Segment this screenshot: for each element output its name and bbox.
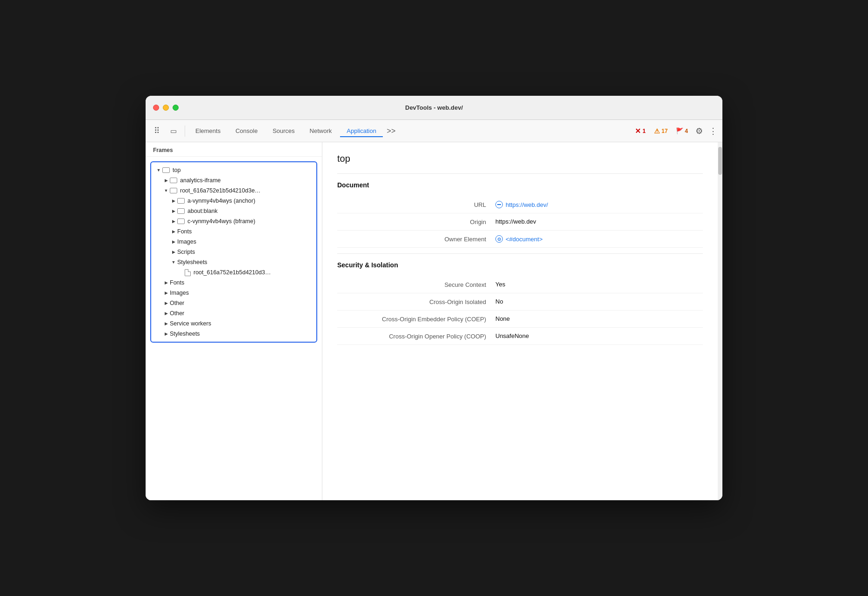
- toggle-scripts-nested: ▶: [170, 248, 177, 256]
- toolbar: ⠿ ▭ Elements Console Sources Network App…: [146, 120, 722, 142]
- owner-element-link[interactable]: <#document>: [506, 236, 543, 243]
- coop-row: Cross-Origin Opener Policy (COOP) Unsafe…: [337, 328, 703, 345]
- warning-badge[interactable]: ⚠ 17: [651, 126, 670, 136]
- tree-item-root-frame[interactable]: ▼ root_616a752e1b5d4210d3e…: [151, 185, 316, 196]
- tree-item-other-2[interactable]: ▶ Other: [151, 308, 316, 318]
- toggle-fonts-nested: ▶: [170, 228, 177, 235]
- tree-item-analytics-iframe[interactable]: ▶ analytics-iframe: [151, 175, 316, 185]
- error-icon: ✕: [635, 127, 641, 135]
- tree-item-scripts-nested[interactable]: ▶ Scripts: [151, 247, 316, 257]
- gear-icon: ⚙: [695, 126, 703, 136]
- cross-origin-isolated-value: No: [495, 298, 503, 305]
- panel-title: top: [337, 153, 703, 164]
- tab-network[interactable]: Network: [303, 125, 339, 137]
- label-other-1: Other: [170, 300, 184, 306]
- tree-item-images-top[interactable]: ▶ Images: [151, 288, 316, 298]
- security-section-title: Security & Isolation: [337, 261, 703, 269]
- info-icon: 🚩: [676, 127, 683, 134]
- tree-item-about-blank[interactable]: ▶ about:blank: [151, 206, 316, 216]
- sidebar-content[interactable]: ▼ top ▶ analytics-iframe ▼ root_6: [146, 157, 322, 500]
- tab-elements[interactable]: Elements: [189, 125, 227, 137]
- badge-group: ✕ 1 ⚠ 17 🚩 4: [632, 126, 691, 136]
- globe-icon: [495, 201, 503, 208]
- info-badge[interactable]: 🚩 4: [673, 126, 691, 135]
- frame-icon-about-blank: [177, 208, 185, 214]
- coop-value: UnsafeNone: [495, 332, 529, 339]
- warning-count: 17: [661, 128, 668, 134]
- label-scripts-nested: Scripts: [177, 249, 195, 255]
- origin-row: Origin https://web.dev: [337, 213, 703, 231]
- label-stylesheets-nested: Stylesheets: [177, 259, 207, 265]
- main-panel: top Document URL https://web.dev/ Origin…: [322, 142, 718, 500]
- tree-item-stylesheets-top[interactable]: ▶ Stylesheets: [151, 329, 316, 339]
- label-other-2: Other: [170, 310, 184, 317]
- more-tabs-button[interactable]: >>: [385, 125, 398, 138]
- minimize-button[interactable]: [163, 105, 169, 111]
- scrollbar-thumb[interactable]: [718, 147, 722, 175]
- tree-item-service-workers[interactable]: ▶ Service workers: [151, 318, 316, 329]
- toggle-analytics: ▶: [162, 177, 170, 184]
- label-images-top: Images: [170, 290, 189, 296]
- tree-item-bframe[interactable]: ▶ c-vynmy4vb4wys (bframe): [151, 216, 316, 226]
- coep-label: Cross-Origin Embedder Policy (COEP): [337, 315, 495, 323]
- tab-sources[interactable]: Sources: [266, 125, 301, 137]
- label-images-nested: Images: [177, 238, 196, 245]
- coop-label: Cross-Origin Opener Policy (COOP): [337, 332, 495, 340]
- label-fonts-top: Fonts: [170, 279, 184, 286]
- settings-button[interactable]: ⚙: [693, 125, 706, 138]
- cursor-icon: ⠿: [154, 126, 160, 136]
- sidebar: Frames ▼ top ▶ analytics-iframe: [146, 142, 322, 500]
- tree-item-fonts-top[interactable]: ▶ Fonts: [151, 278, 316, 288]
- warning-icon: ⚠: [654, 127, 660, 135]
- tree-item-top[interactable]: ▼ top: [151, 165, 316, 175]
- toggle-service-workers: ▶: [162, 320, 170, 327]
- cross-origin-isolated-label: Cross-Origin Isolated: [337, 298, 495, 305]
- titlebar: DevTools - web.dev/: [146, 96, 722, 120]
- tree-item-stylesheet-file[interactable]: ▶ root_616a752e1b5d4210d3…: [151, 267, 316, 278]
- owner-element-row: Owner Element ⊙ <#document>: [337, 231, 703, 248]
- toggle-top: ▼: [155, 166, 162, 174]
- tab-application[interactable]: Application: [340, 125, 383, 137]
- label-stylesheet-file: root_616a752e1b5d4210d3…: [194, 269, 271, 276]
- label-fonts-nested: Fonts: [177, 228, 192, 235]
- frame-icon-top: [162, 167, 170, 173]
- origin-label: Origin: [337, 218, 495, 225]
- close-button[interactable]: [153, 105, 159, 111]
- coep-row: Cross-Origin Embedder Policy (COEP) None: [337, 311, 703, 328]
- error-badge[interactable]: ✕ 1: [632, 126, 648, 136]
- tree-item-other-1[interactable]: ▶ Other: [151, 298, 316, 308]
- label-anchor: a-vynmy4vb4wys (anchor): [187, 198, 255, 204]
- scrollbar-track: [718, 142, 722, 500]
- label-about-blank: about:blank: [187, 208, 218, 214]
- label-service-workers: Service workers: [170, 320, 211, 327]
- tree-item-images-nested[interactable]: ▶ Images: [151, 237, 316, 247]
- secure-context-label: Secure Context: [337, 281, 495, 288]
- toggle-bframe: ▶: [170, 218, 177, 225]
- kebab-icon: ⋮: [709, 126, 717, 136]
- toggle-images-top: ▶: [162, 289, 170, 297]
- url-link[interactable]: https://web.dev/: [506, 201, 548, 208]
- toggle-fonts-top: ▶: [162, 279, 170, 286]
- devtools-window: DevTools - web.dev/ ⠿ ▭ Elements Console…: [146, 96, 722, 500]
- more-options-button[interactable]: ⋮: [708, 125, 719, 138]
- maximize-button[interactable]: [173, 105, 179, 111]
- label-root-frame: root_616a752e1b5d4210d3e…: [180, 187, 260, 194]
- tree-item-stylesheets-nested[interactable]: ▼ Stylesheets: [151, 257, 316, 267]
- cursor-icon-button[interactable]: ⠿: [149, 124, 164, 139]
- label-top: top: [173, 167, 180, 173]
- toolbar-divider: [185, 126, 185, 137]
- toggle-stylesheets-nested: ▼: [170, 258, 177, 266]
- tree-item-fonts-nested[interactable]: ▶ Fonts: [151, 226, 316, 237]
- mobile-icon: ▭: [170, 127, 177, 135]
- tree-item-anchor[interactable]: ▶ a-vynmy4vb4wys (anchor): [151, 196, 316, 206]
- frames-tree: ▼ top ▶ analytics-iframe ▼ root_6: [150, 161, 317, 343]
- secure-context-row: Secure Context Yes: [337, 276, 703, 293]
- toggle-root: ▼: [162, 187, 170, 194]
- error-count: 1: [642, 128, 646, 134]
- url-label: URL: [337, 201, 495, 208]
- coep-value: None: [495, 315, 510, 322]
- frame-icon-analytics: [170, 178, 177, 183]
- cross-origin-isolated-row: Cross-Origin Isolated No: [337, 293, 703, 311]
- mobile-icon-button[interactable]: ▭: [166, 124, 181, 139]
- tab-console[interactable]: Console: [229, 125, 264, 137]
